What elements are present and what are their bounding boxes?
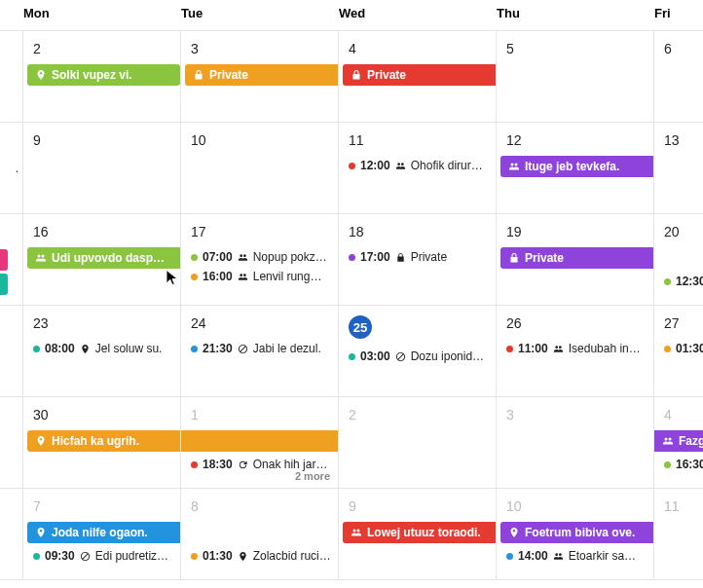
event-entry[interactable]: 16:30 xyxy=(654,455,703,474)
event-chip[interactable]: Solki vupez vi. xyxy=(27,64,180,86)
day-cell[interactable]: 7 Joda nilfe ogaon. 09:30 Edi pudretiz… xyxy=(23,489,181,580)
event-dot xyxy=(191,346,198,352)
day-cell[interactable]: 19 Private xyxy=(497,214,654,306)
event-entry[interactable]: 12:00 Ohofik dirur… xyxy=(339,156,496,175)
event-entry[interactable]: 07:00 Nopup pokz… xyxy=(181,247,338,267)
day-cell[interactable]: 2 Solki vupez vi. xyxy=(23,31,181,123)
event-entry[interactable]: 01:30 xyxy=(654,339,703,358)
day-cell[interactable]: 30 Hicfah ka ugrih. xyxy=(23,397,181,489)
gutter: . xyxy=(0,123,23,214)
event-text: Isedubah in… xyxy=(569,342,641,355)
event-chip[interactable]: Udi upvovdo dasp… xyxy=(27,247,180,269)
day-cell[interactable]: 27 01:30 xyxy=(654,306,703,397)
day-number: 8 xyxy=(181,489,338,522)
day-cell[interactable]: 26 11:00 Isedubah in… xyxy=(497,306,654,397)
event-entry[interactable]: 21:30 Jabi le dezul. xyxy=(181,339,338,358)
event-text: Private xyxy=(411,250,447,264)
day-cell[interactable]: 9 Lowej utuuz toraodi. xyxy=(339,489,497,580)
event-chip[interactable]: Fazga xyxy=(654,430,703,452)
day-cell[interactable]: 10 Foetrum bibiva ove. 14:00 Etoarkir sa… xyxy=(497,489,654,580)
day-cell[interactable]: 5 xyxy=(497,31,654,123)
event-chip[interactable]: Joda nilfe ogaon. xyxy=(27,522,180,543)
event-label: Private xyxy=(367,68,406,82)
day-cell[interactable]: 18 17:00 Private xyxy=(339,214,497,306)
group-icon xyxy=(662,435,674,447)
event-chip[interactable]: Hicfah ka ugrih. xyxy=(27,430,180,452)
event-label: Private xyxy=(209,68,248,82)
event-chip[interactable]: Private xyxy=(343,64,496,86)
event-time: 01:30 xyxy=(203,549,233,563)
event-text: Zolacbid ruci… xyxy=(253,549,331,563)
event-dot xyxy=(191,274,198,280)
day-number: 3 xyxy=(497,397,653,430)
event-entry[interactable]: 17:00 Private xyxy=(339,247,496,267)
day-cell[interactable]: 25 03:00 Dozu iponid… xyxy=(339,306,497,397)
day-cell[interactable]: 11 12:00 Ohofik dirur… xyxy=(339,123,497,214)
event-dot xyxy=(191,461,198,468)
day-cell[interactable]: 9 xyxy=(23,123,181,214)
day-number: 10 xyxy=(181,123,338,156)
event-entry[interactable]: 14:00 Etoarkir sa… xyxy=(497,546,653,566)
day-number: 17 xyxy=(181,214,338,247)
event-entry[interactable]: 09:30 Edi pudretiz… xyxy=(23,546,180,566)
event-chip[interactable]: Ituge jeb tevkefa. xyxy=(500,156,653,177)
event-label: Lowej utuuz toraodi. xyxy=(367,526,481,539)
day-cell[interactable]: 3 Private xyxy=(181,31,339,123)
day-cell[interactable]: 13 Cozuc xyxy=(654,123,703,214)
event-chip[interactable]: Private xyxy=(500,247,653,269)
event-time: 12:00 xyxy=(360,159,390,172)
more-link[interactable]: 2 more xyxy=(295,470,330,482)
ban-icon xyxy=(238,344,248,354)
day-number: 5 xyxy=(497,31,653,64)
event-text: Jabi le dezul. xyxy=(253,342,321,355)
day-number: 3 xyxy=(181,31,338,64)
day-cell[interactable]: 24 21:30 Jabi le dezul. xyxy=(181,306,339,397)
event-label: Solki vupez vi. xyxy=(52,68,132,82)
day-number: 4 xyxy=(339,31,496,64)
event-time: 14:00 xyxy=(518,549,548,563)
group-icon xyxy=(395,161,406,171)
event-entry[interactable]: 12:30 xyxy=(654,272,703,291)
event-dot xyxy=(191,553,198,560)
day-cell[interactable]: 17 07:00 Nopup pokz… 16:00 Lenvil rung… xyxy=(181,214,339,306)
day-cell[interactable]: 6 xyxy=(654,31,703,123)
event-chip-span[interactable] xyxy=(181,430,338,452)
event-chip[interactable]: Private xyxy=(185,64,338,86)
header-wed: Wed xyxy=(339,0,497,31)
gutter-stripe xyxy=(0,274,8,295)
event-entry[interactable]: 08:00 Jel soluw su. xyxy=(23,339,180,358)
day-cell[interactable]: 1 18:30 Onak hih jar… 2 more xyxy=(181,397,339,489)
gutter xyxy=(0,306,23,397)
day-cell[interactable]: 23 08:00 Jel soluw su. xyxy=(23,306,181,397)
day-cell[interactable]: 11 xyxy=(654,489,703,580)
pin-icon xyxy=(35,69,47,81)
event-dot xyxy=(506,346,513,352)
header-tue: Tue xyxy=(181,0,339,31)
event-entry[interactable]: 16:00 Lenvil rung… xyxy=(181,267,338,286)
event-label: Foetrum bibiva ove. xyxy=(525,526,635,539)
day-number: 2 xyxy=(23,31,180,64)
group-icon xyxy=(35,252,47,264)
event-label: Ituge jeb tevkefa. xyxy=(525,160,619,173)
day-cell[interactable]: 12 Ituge jeb tevkefa. xyxy=(497,123,654,214)
event-dot xyxy=(349,353,355,360)
day-cell[interactable]: 20 12:30 xyxy=(654,214,703,306)
event-entry[interactable]: 03:00 Dozu iponid… xyxy=(339,347,496,366)
calendar-grid: Mon Tue Wed Thu Fri 2 Solki vupez vi. 3 … xyxy=(0,0,703,580)
day-cell[interactable]: 4 Fazga 16:30 xyxy=(654,397,703,489)
event-entry[interactable]: 01:30 Zolacbid ruci… xyxy=(181,546,338,566)
event-label: Private xyxy=(525,251,564,265)
day-cell[interactable]: 2 xyxy=(339,397,497,489)
lock-icon xyxy=(193,69,204,81)
day-cell[interactable]: 10 xyxy=(181,123,339,214)
group-icon xyxy=(553,551,564,562)
event-time: 01:30 xyxy=(676,342,703,355)
day-cell[interactable]: 8 01:30 Zolacbid ruci… xyxy=(181,489,339,580)
event-chip[interactable]: Foetrum bibiva ove. xyxy=(500,522,653,543)
day-cell[interactable]: 3 xyxy=(497,397,654,489)
day-number: 6 xyxy=(654,31,703,64)
day-cell[interactable]: 16 Udi upvovdo dasp… xyxy=(23,214,181,306)
event-entry[interactable]: 11:00 Isedubah in… xyxy=(497,339,653,358)
day-cell[interactable]: 4 Private xyxy=(339,31,497,123)
event-chip[interactable]: Lowej utuuz toraodi. xyxy=(343,522,496,543)
